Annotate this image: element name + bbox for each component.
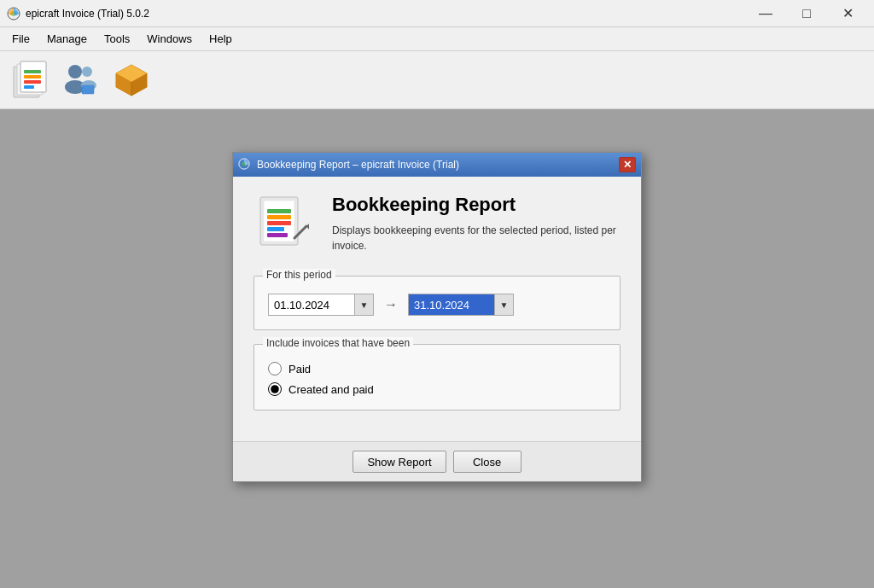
- app-icon: [7, 7, 20, 20]
- report-title: Bookkeeping Report: [332, 194, 621, 216]
- radio-paid-label[interactable]: Paid: [268, 362, 606, 376]
- svg-rect-22: [267, 215, 291, 219]
- svg-rect-12: [82, 85, 94, 94]
- date-to-input[interactable]: [409, 294, 494, 315]
- menu-help[interactable]: Help: [201, 29, 241, 49]
- invoices-toolbar-icon[interactable]: [7, 58, 51, 102]
- date-range-row: ▼ → ▼: [268, 294, 606, 316]
- svg-point-10: [82, 67, 92, 77]
- main-area: Bookkeeping Report – epicraft Invoice (T…: [0, 109, 874, 588]
- window-controls: — □ ✕: [746, 0, 867, 27]
- svg-rect-21: [267, 209, 291, 213]
- minimize-button[interactable]: —: [746, 0, 785, 27]
- menubar: File Manage Tools Windows Help: [0, 27, 874, 51]
- close-button[interactable]: ✕: [828, 0, 867, 27]
- modal-overlay: Bookkeeping Report – epicraft Invoice (T…: [0, 109, 874, 588]
- app-title: epicraft Invoice (Trial) 5.0.2: [26, 8, 746, 20]
- modal-title: Bookkeeping Report – epicraft Invoice (T…: [257, 159, 619, 171]
- date-to-picker-button[interactable]: ▼: [494, 294, 513, 315]
- svg-point-8: [68, 65, 82, 79]
- modal-body: Bookkeeping Report Displays bookkeeping …: [233, 177, 641, 441]
- date-to-wrapper: ▼: [408, 294, 514, 316]
- modal-footer: Show Report Close: [233, 441, 641, 481]
- toolbar: [0, 51, 874, 109]
- svg-rect-6: [24, 80, 41, 84]
- invoices-section: Include invoices that have been Paid Cre…: [253, 344, 621, 410]
- modal-icon: [238, 158, 252, 172]
- date-range-arrow: →: [384, 297, 398, 312]
- period-section: For this period ▼ → ▼: [253, 276, 621, 330]
- show-report-button[interactable]: Show Report: [353, 451, 446, 473]
- radio-created-paid[interactable]: [268, 382, 282, 396]
- invoices-label: Include invoices that have been: [263, 337, 413, 349]
- report-subtitle: Displays bookkeeping events for the sele…: [332, 223, 621, 253]
- contacts-toolbar-icon[interactable]: [58, 58, 102, 102]
- svg-rect-23: [267, 221, 291, 225]
- radio-paid-text: Paid: [288, 363, 311, 376]
- svg-rect-7: [24, 85, 34, 89]
- modal-header-section: Bookkeeping Report Displays bookkeeping …: [253, 194, 621, 255]
- title-bar: epicraft Invoice (Trial) 5.0.2 — □ ✕: [0, 0, 874, 27]
- period-label: For this period: [263, 269, 335, 281]
- date-from-input[interactable]: [269, 294, 354, 315]
- bookkeeping-report-dialog: Bookkeeping Report – epicraft Invoice (T…: [232, 152, 642, 482]
- report-icon: [253, 194, 315, 255]
- radio-created-paid-label[interactable]: Created and paid: [268, 382, 606, 396]
- modal-header-text: Bookkeeping Report Displays bookkeeping …: [332, 194, 621, 253]
- menu-windows[interactable]: Windows: [138, 29, 201, 49]
- svg-marker-27: [306, 224, 309, 230]
- date-from-wrapper: ▼: [268, 294, 374, 316]
- svg-rect-25: [267, 233, 288, 237]
- invoice-type-radio-group: Paid Created and paid: [268, 362, 606, 396]
- svg-rect-5: [24, 75, 41, 79]
- modal-close-icon-btn[interactable]: ✕: [619, 157, 636, 172]
- menu-file[interactable]: File: [3, 29, 38, 49]
- radio-paid[interactable]: [268, 362, 282, 376]
- radio-created-paid-text: Created and paid: [288, 383, 374, 396]
- svg-rect-24: [267, 227, 284, 231]
- modal-titlebar: Bookkeeping Report – epicraft Invoice (T…: [233, 153, 641, 177]
- close-button[interactable]: Close: [453, 451, 521, 473]
- products-toolbar-icon[interactable]: [109, 58, 154, 102]
- menu-manage[interactable]: Manage: [38, 29, 96, 49]
- maximize-button[interactable]: □: [787, 0, 826, 27]
- date-from-picker-button[interactable]: ▼: [354, 294, 373, 315]
- svg-rect-4: [24, 70, 41, 73]
- menu-tools[interactable]: Tools: [96, 29, 138, 49]
